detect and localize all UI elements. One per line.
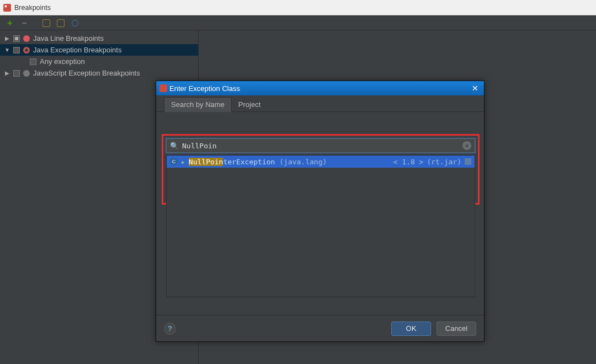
- dialog-titlebar[interactable]: Enter Exception Class ✕: [156, 81, 484, 95]
- breakpoint-exception-icon: [23, 47, 30, 53]
- dialog-icon: [159, 84, 167, 92]
- tree-label: Java Exception Breakpoints: [33, 46, 121, 54]
- checkbox[interactable]: [13, 35, 20, 42]
- svg-rect-0: [3, 4, 11, 12]
- breakpoint-grey-icon: [23, 70, 30, 77]
- tree-label: Java Line Breakpoints: [33, 34, 104, 42]
- results-list: C ▸ NullPointerException (java.lang) < 1…: [166, 155, 475, 297]
- dialog-tabs: Search by Name Project: [156, 97, 484, 112]
- svg-rect-1: [5, 5, 7, 7]
- expand-icon[interactable]: ▶: [4, 35, 10, 41]
- checkbox[interactable]: [13, 47, 20, 53]
- enter-exception-dialog: Enter Exception Class ✕ Search by Name P…: [156, 81, 485, 342]
- class-icon: C: [170, 158, 178, 165]
- toolbar-icon-3[interactable]: [70, 18, 81, 29]
- tree-label: Any exception: [40, 57, 85, 66]
- tree-row-java-exception[interactable]: ▼ Java Exception Breakpoints: [0, 44, 198, 56]
- expand-icon[interactable]: ▶: [4, 70, 10, 76]
- remove-breakpoint-button[interactable]: −: [19, 18, 30, 29]
- svg-rect-2: [159, 84, 167, 92]
- jar-icon: [465, 158, 471, 165]
- collapse-icon[interactable]: ▼: [4, 47, 10, 53]
- close-icon[interactable]: ✕: [470, 84, 481, 93]
- toolbar-icon-2[interactable]: [55, 18, 66, 29]
- window-title: Breakpoints: [14, 4, 51, 12]
- result-text: NullPointerException (java.lang): [189, 158, 327, 166]
- window-titlebar: Breakpoints: [0, 0, 596, 15]
- search-field-wrap[interactable]: 🔍 ✕: [166, 138, 475, 153]
- toolbar-icon-1[interactable]: [41, 18, 52, 29]
- dialog-footer: ? OK Cancel: [156, 315, 484, 341]
- tree-row-java-line[interactable]: ▶ Java Line Breakpoints: [0, 33, 198, 44]
- checkbox[interactable]: [30, 58, 36, 65]
- result-meta: < 1.8 > (rt.jar): [393, 158, 471, 166]
- checkbox[interactable]: [13, 70, 20, 77]
- result-row-nullpointer[interactable]: C ▸ NullPointerException (java.lang) < 1…: [167, 156, 475, 168]
- tab-project[interactable]: Project: [232, 98, 267, 111]
- cancel-button[interactable]: Cancel: [437, 322, 476, 336]
- dialog-title: Enter Exception Class: [169, 84, 470, 93]
- breakpoints-toolbar: + −: [0, 16, 596, 30]
- lock-icon: ▸: [181, 158, 185, 166]
- tree-row-any-exception[interactable]: Any exception: [0, 56, 198, 67]
- ok-button[interactable]: OK: [391, 322, 431, 336]
- add-breakpoint-button[interactable]: +: [4, 18, 15, 29]
- tree-row-js-exception[interactable]: ▶ JavaScript Exception Breakpoints: [0, 67, 198, 79]
- search-input[interactable]: [182, 142, 459, 150]
- search-icon: 🔍: [170, 142, 179, 150]
- tree-label: JavaScript Exception Breakpoints: [33, 69, 140, 77]
- help-button[interactable]: ?: [164, 323, 176, 335]
- dialog-body: Search by Name Project 🔍 ✕ C ▸ NullPoint…: [156, 95, 484, 315]
- breakpoint-red-icon: [23, 35, 30, 42]
- clear-search-icon[interactable]: ✕: [462, 141, 471, 150]
- app-icon: [3, 4, 11, 12]
- tab-search-by-name[interactable]: Search by Name: [164, 97, 232, 112]
